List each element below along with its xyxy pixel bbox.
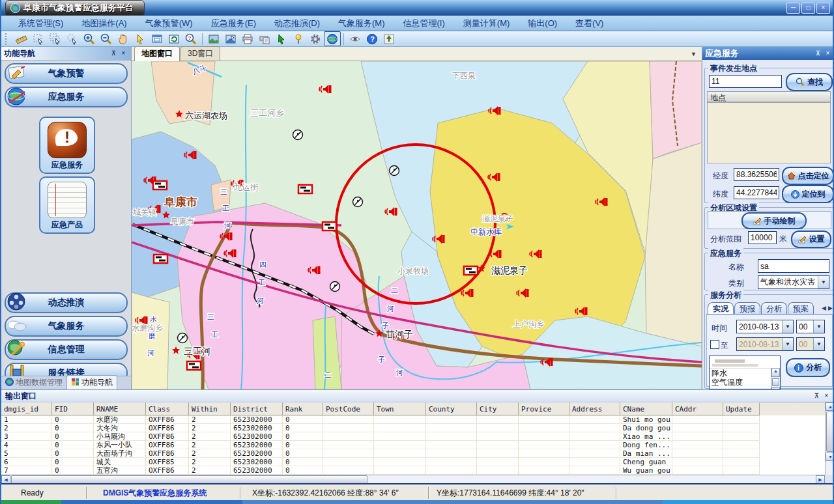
place-list[interactable] [707,102,831,163]
column-header[interactable]: PostCode [323,402,374,415]
menu-item[interactable]: 信息管理(I) [394,18,454,29]
manual-draw-button[interactable]: 手动绘制 [741,212,807,229]
column-header[interactable]: Town [374,402,426,415]
element-list[interactable]: 降水空气温度 ▲▼ [709,356,781,389]
service-type-select[interactable]: 气象和洪水灾害▼ [758,275,829,289]
latitude-input[interactable] [734,186,779,199]
visibility-eye-icon[interactable] [347,31,364,46]
layer-tree-icon[interactable] [381,31,397,46]
goto-location-button[interactable]: 定位到 [782,185,834,203]
menu-item[interactable]: 查看(V) [566,18,612,29]
measure-ruler-icon[interactable] [13,31,30,46]
set-range-button[interactable]: 设置 [791,231,831,248]
tool-button-应急服务[interactable]: 应急服务 [39,117,95,174]
nav-tab-地图数据管理[interactable]: 地图数据管理 [1,376,66,389]
column-header[interactable]: FID [52,402,94,415]
settings-gear-icon[interactable] [307,31,324,46]
tool-button-应急产品[interactable]: 应急产品 [39,176,95,234]
analysis-tab-预案[interactable]: 预案 [788,302,814,315]
sidebar-item-信息管理[interactable]: 信息管理 [5,339,128,360]
pin-icon[interactable]: ⊼ [109,49,119,58]
search-button[interactable]: 查找 [786,73,833,91]
sidebar-item-气象预警[interactable]: 气象预警 [5,63,128,84]
analysis-tab-预报[interactable]: 预报 [734,302,760,315]
print-preview-icon[interactable] [256,31,273,46]
map-canvas[interactable]: 八斗下西泉六运湖农场三工河乡九运街阜康市城关镇阜康市滋泥泉子中新水库滋泥泉子小泉… [132,61,702,389]
location-search-input[interactable] [709,75,782,88]
list-scrollbar[interactable]: ▲▼ [771,368,780,389]
menu-item[interactable]: 气象服务(M) [329,18,394,29]
zoom-out-icon[interactable] [98,31,115,46]
menu-item[interactable]: 测量计算(M) [454,18,519,29]
column-header[interactable]: Rank [283,402,323,415]
range-input[interactable] [748,231,777,244]
column-header[interactable]: Class [146,402,189,415]
click-locate-button[interactable]: 点击定位 [782,167,834,185]
pin-icon[interactable]: ⊼ [812,391,822,400]
tab-scroll-right-icon[interactable]: ▶ [827,305,833,311]
table-row[interactable]: 70五官沟OXFF8626523020000Wu guan gou [1,466,825,475]
column-header[interactable]: CAddr [672,402,723,415]
to-checkbox[interactable] [710,340,719,349]
warning-sign-icon[interactable] [187,361,201,370]
column-header[interactable]: dmgis_id [1,402,52,415]
menu-item[interactable]: 输出(O) [519,18,566,29]
menu-item[interactable]: 系统管理(S) [9,18,72,29]
warning-sign-icon[interactable] [153,181,167,189]
map-tab-3D窗口[interactable]: 3D窗口 [180,46,220,61]
overview-image-icon[interactable] [205,31,222,46]
close-button[interactable]: × [816,3,830,14]
column-header[interactable]: Address [569,402,620,415]
help-icon[interactable]: ? [364,31,381,46]
list-item[interactable]: 空气温度 [710,378,780,387]
menu-item[interactable]: 应急服务(E) [202,18,265,29]
station-icon[interactable] [293,130,303,140]
column-header[interactable]: County [426,402,477,415]
analyze-button[interactable]: i 分析 [786,358,830,377]
tab-list-dropdown-icon[interactable]: ▼ [691,51,697,57]
column-header[interactable]: RNAME [94,402,146,415]
sidebar-item-动态推演[interactable]: 动态推演 [5,292,128,313]
pushpin-icon[interactable] [290,31,307,46]
analysis-tab-实况[interactable]: 实况 [708,302,734,315]
print-icon[interactable] [239,31,256,46]
pin-icon[interactable]: ⊼ [813,49,823,58]
select-pointer-icon[interactable] [64,31,81,46]
table-row[interactable]: 30小马厩沟OXFF8626523020000Xiao ma ... [1,432,825,441]
map-tab-地图窗口[interactable]: 地图窗口 [134,46,180,61]
select-area-icon[interactable] [30,31,47,46]
list-item[interactable]: 降水 [710,369,780,378]
column-header[interactable]: City [477,402,519,415]
analysis-tab-分析[interactable]: 分析 [761,302,787,315]
select-multi-icon[interactable] [47,31,64,46]
nav-tab-功能导航[interactable]: 功能导航 [66,375,117,389]
place-list-header[interactable]: 地点 [707,91,831,102]
date-select[interactable]: 2010-08-13▼ [736,320,794,333]
warning-sign-icon[interactable] [154,255,167,263]
longitude-input[interactable] [734,168,779,181]
menu-item[interactable]: 气象预警(W) [136,18,202,29]
station-icon[interactable] [353,197,363,207]
warning-sign-icon[interactable] [298,185,312,193]
table-row[interactable]: 10水磨沟OXFF8626523020000Shui mo gou [1,415,825,424]
table-row[interactable]: 50大面场子沟OXFF8626523020000Da mian ... [1,449,825,458]
sidebar-item-应急服务[interactable]: 应急服务 [5,87,128,107]
hour-select[interactable]: 00▼ [796,320,825,333]
warning-sign-icon[interactable] [323,222,336,231]
sidebar-item-气象服务[interactable]: 气象服务 [5,316,128,337]
full-extent-icon[interactable] [149,31,165,46]
export-map-icon[interactable] [222,31,239,46]
column-header[interactable]: CName [620,402,672,415]
station-icon[interactable] [390,166,399,176]
table-row[interactable]: 60城关OXFF8526523020000Cheng guan [1,458,825,466]
pan-hand-icon[interactable] [115,31,132,46]
toolbar-grip[interactable] [5,33,10,45]
column-header[interactable]: Provice [519,402,569,415]
column-header[interactable]: District [231,402,283,415]
vertical-scrollbar[interactable]: ▲ ▼ [825,402,834,475]
refresh-map-icon[interactable] [165,31,182,46]
close-icon[interactable]: × [119,49,128,58]
globe-3d-icon[interactable] [324,31,341,46]
pointer-icon[interactable] [132,31,149,46]
menu-item[interactable]: 动态推演(D) [265,18,329,29]
